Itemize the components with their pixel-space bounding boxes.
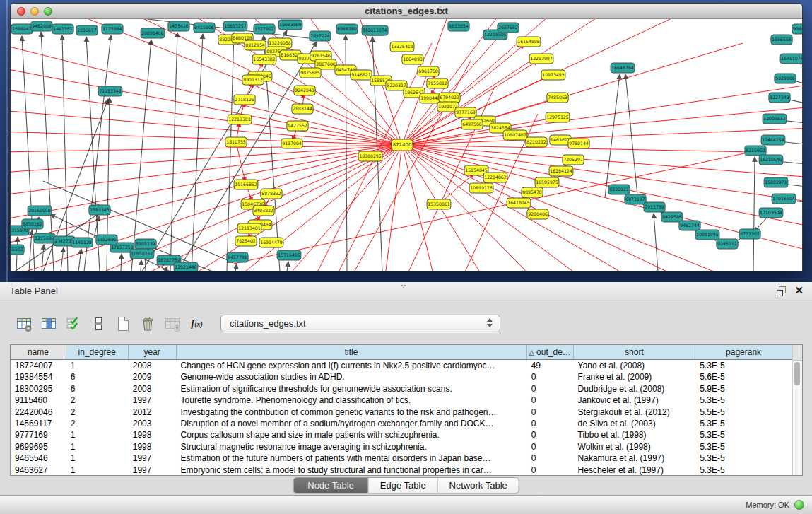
node-8850162[interactable]: 8850162 xyxy=(22,219,43,229)
node-7915739[interactable]: 7915739 xyxy=(644,202,665,212)
node-20160550[interactable]: 20160550 xyxy=(28,206,52,216)
node-1810755[interactable]: 1810755 xyxy=(225,137,247,147)
node-1990448[interactable]: 1990448 xyxy=(420,93,441,103)
node-1125984[interactable]: 1125984 xyxy=(102,24,123,34)
table-row[interactable]: 946362711997Embryonic stem cells: a mode… xyxy=(11,465,792,475)
node-10973493[interactable]: 10973493 xyxy=(541,70,565,80)
show-column-icon[interactable] xyxy=(39,314,58,333)
table-row[interactable]: 2242004622012Investigating the contribut… xyxy=(11,407,792,418)
node-20891406[interactable]: 20891406 xyxy=(141,28,165,38)
row-height-icon[interactable] xyxy=(88,314,107,333)
node-9146821[interactable]: 9146821 xyxy=(351,70,372,80)
table-selector-dropdown[interactable]: citations_edges.txt xyxy=(220,315,500,332)
node-5905139[interactable]: 5905139 xyxy=(135,239,156,249)
node-7625402[interactable]: 7625402 xyxy=(235,236,257,246)
node-18724007[interactable]: 18724007 xyxy=(389,139,415,151)
column-header-out_de[interactable]: △out_de… xyxy=(527,345,574,359)
node-1352695[interactable]: 1352695 xyxy=(96,235,117,245)
node-1461561[interactable]: 1461561 xyxy=(52,24,73,34)
node-16418745[interactable]: 16418745 xyxy=(507,198,531,208)
table-row[interactable]: 946554611997Estimation of the future num… xyxy=(11,452,792,464)
node-7955812[interactable]: 7955812 xyxy=(427,78,448,88)
node-1145129[interactable]: 1145129 xyxy=(71,238,93,247)
column-header-in_degree[interactable]: in_degree xyxy=(66,345,129,359)
column-header-year[interactable]: year xyxy=(129,345,177,359)
node-15358861[interactable]: 15358861 xyxy=(427,199,451,209)
function-icon[interactable]: f(x) xyxy=(187,314,206,333)
node-9415006[interactable]: 9415006 xyxy=(194,23,215,33)
node-8813054[interactable]: 8813054 xyxy=(448,21,469,31)
table-row[interactable]: 969969511998Structural magnetic resonanc… xyxy=(11,441,792,452)
table-row[interactable]: 977716911998Corpus callosum shape and si… xyxy=(11,429,792,440)
node-2687682[interactable]: 2687682 xyxy=(498,23,519,33)
node-9780144[interactable]: 9780144 xyxy=(568,139,589,148)
window-titlebar[interactable]: citations_edges.txt xyxy=(11,4,802,19)
node-10595975[interactable]: 10595975 xyxy=(535,177,559,187)
node-9242848[interactable]: 9242848 xyxy=(294,86,315,95)
node-2718126[interactable]: 2718126 xyxy=(234,95,255,105)
node-16033809[interactable]: 16033809 xyxy=(278,20,302,30)
column-header-short[interactable]: short xyxy=(574,345,696,359)
node-16154808[interactable]: 16154808 xyxy=(517,37,541,47)
node-1527602[interactable]: 1527602 xyxy=(254,24,275,34)
node-8895470[interactable]: 8895470 xyxy=(522,187,543,197)
splitter-grip[interactable] xyxy=(401,284,408,288)
node-2803144[interactable]: 2803144 xyxy=(292,104,313,114)
node-8901312[interactable]: 8901312 xyxy=(242,75,264,85)
node-3493822[interactable]: 3493822 xyxy=(253,206,274,216)
node-6961758[interactable]: 6961758 xyxy=(418,66,439,76)
tab-network-table[interactable]: Network Table xyxy=(437,478,519,493)
node-16914479[interactable]: 16914479 xyxy=(259,238,283,247)
node-12923448[interactable]: 12923448 xyxy=(174,262,198,271)
network-view[interactable]: 1698042946200814615612036817112598420891… xyxy=(11,19,802,271)
table-options-icon[interactable] xyxy=(14,314,33,333)
node-12204062[interactable]: 12204062 xyxy=(483,173,507,182)
node-6873197[interactable]: 6873197 xyxy=(625,194,646,204)
table-row[interactable]: 1456911722003Disruption of a novel membe… xyxy=(11,418,792,429)
node-6966160[interactable]: 6966160 xyxy=(336,24,358,34)
table-row[interactable]: 911546021997Tourette syndrome. Phenomeno… xyxy=(11,395,792,406)
node-19166852[interactable]: 19166852 xyxy=(234,180,258,189)
node-1335502[interactable]: 1335502 xyxy=(11,245,24,255)
node-9227343[interactable]: 9227343 xyxy=(769,93,790,103)
node-9245012[interactable]: 9245012 xyxy=(717,239,738,249)
node-9427552[interactable]: 9427552 xyxy=(287,121,308,131)
node-13325419[interactable]: 13325419 xyxy=(390,42,414,52)
node-9777169[interactable]: 9777169 xyxy=(455,107,476,117)
node-7857224[interactable]: 7857224 xyxy=(310,31,331,41)
node-9462008[interactable]: 9462008 xyxy=(31,21,52,31)
table-row[interactable]: 1830029562008Estimation of significance … xyxy=(11,383,792,395)
node-12444154[interactable]: 12444154 xyxy=(761,135,785,145)
node-12213987[interactable]: 12213987 xyxy=(529,54,553,64)
node-15716485[interactable]: 15716485 xyxy=(277,250,301,260)
node-16210645[interactable]: 16210645 xyxy=(759,155,783,165)
node-1589345[interactable]: 1589345 xyxy=(89,205,110,215)
node-10699176[interactable]: 10699176 xyxy=(469,183,493,193)
tab-node-table[interactable]: Node Table xyxy=(293,478,368,493)
node-1596558[interactable]: 1596558 xyxy=(771,35,792,45)
node-16284124[interactable]: 16284124 xyxy=(549,166,573,176)
node-8215958[interactable]: 8215958 xyxy=(745,146,766,156)
node-8938923[interactable]: 8938923 xyxy=(608,185,630,194)
column-header-name[interactable]: name xyxy=(11,345,66,359)
node-2036817[interactable]: 2036817 xyxy=(76,25,98,35)
node-9117004[interactable]: 9117004 xyxy=(281,139,302,148)
node-5878332[interactable]: 5878332 xyxy=(261,189,282,199)
node-12093832[interactable]: 12093832 xyxy=(763,114,787,124)
new-column-icon[interactable] xyxy=(113,314,132,333)
node-6794023[interactable]: 6794023 xyxy=(439,93,460,103)
scrollbar-thumb[interactable] xyxy=(794,362,800,385)
node-1215683[interactable]: 1215683 xyxy=(34,233,55,243)
node-12113401[interactable]: 12113401 xyxy=(237,223,261,233)
node-6497568[interactable]: 6497568 xyxy=(461,119,483,129)
node-7485063[interactable]: 7485063 xyxy=(547,93,568,103)
node-9360582[interactable]: 9360582 xyxy=(792,24,802,34)
delete-icon[interactable] xyxy=(138,314,157,333)
node-9329966[interactable]: 9329966 xyxy=(775,74,796,83)
node-9457791[interactable]: 9457791 xyxy=(227,252,248,262)
node-10958167[interactable]: 10958167 xyxy=(130,249,154,259)
node-7205297[interactable]: 7205297 xyxy=(563,155,584,165)
node-16543382[interactable]: 16543382 xyxy=(252,54,276,64)
node-9875685[interactable]: 9875685 xyxy=(300,68,321,78)
node-1475426[interactable]: 1475426 xyxy=(168,21,189,31)
